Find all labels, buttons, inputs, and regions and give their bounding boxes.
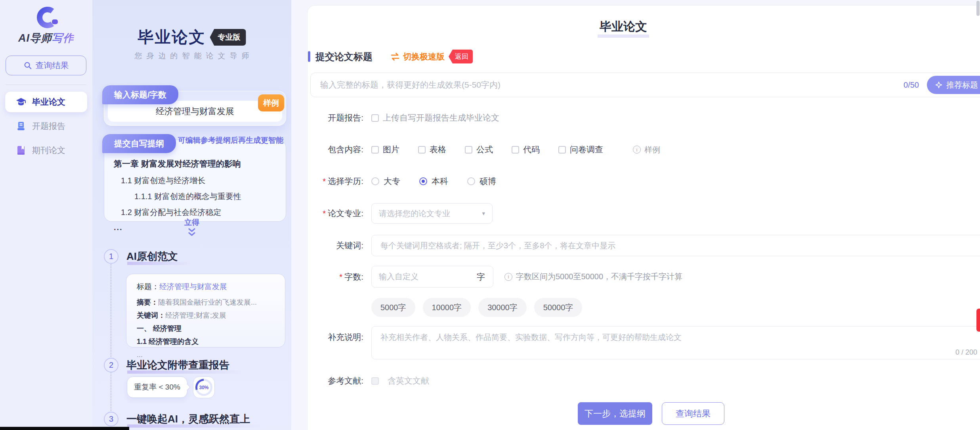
sample-result-card: 标题：经济管理与财富发展 摘要：随着我国金融行业的飞速发展... 关键词：经济管… <box>126 274 285 347</box>
chip-5000[interactable]: 5000字 <box>371 298 415 317</box>
next-step-button[interactable]: 下一步，选提纲 <box>578 402 652 425</box>
english-references-checkbox[interactable] <box>371 377 379 385</box>
include-option-survey[interactable]: 问卷调查 <box>558 144 603 155</box>
logo-text-dark: AI导师 <box>18 32 52 44</box>
include-sample-hint[interactable]: 样例 <box>633 144 660 155</box>
sidebar-item-label: 毕业论文 <box>32 96 65 108</box>
logo-mark-icon <box>32 6 61 29</box>
thesis-title-input[interactable] <box>311 80 904 90</box>
chip-10000[interactable]: 10000字 <box>423 298 471 317</box>
notes-row: 补充说明: 0 / 200 <box>308 326 980 359</box>
sidebar-item-opening-report[interactable]: 开题报告 <box>5 116 87 136</box>
gauge-percent: 30% <box>197 381 210 394</box>
notes-textarea[interactable] <box>372 326 980 359</box>
word-count-chips: 5000字 10000字 30000字 50000字 <box>371 298 582 317</box>
sample-result-heading2: 1.1 经济管理的含义 <box>137 337 275 346</box>
degree-option-college[interactable]: 大专 <box>371 176 400 187</box>
outline-subsection: 1.1.1 财富创造的概念与重要性 <box>134 191 279 202</box>
switch-fast-version-link[interactable]: 切换极速版 <box>390 51 445 62</box>
tables-checkbox[interactable] <box>418 146 426 154</box>
sample-result-abstract: 摘要：随着我国金融行业的飞速发展... <box>137 298 275 307</box>
code-checkbox[interactable] <box>512 146 519 154</box>
double-chevron-down-icon <box>185 228 198 238</box>
formulas-checkbox[interactable] <box>465 146 472 154</box>
include-content-label: 包含内容: <box>308 144 363 155</box>
gauge-ring: 30% <box>195 379 212 396</box>
section-header: 提交论文标题 切换极速版 返回 <box>308 50 473 63</box>
degree-label: 选择学历: <box>308 176 363 187</box>
sidebar-divider <box>5 84 86 85</box>
sidebar-item-journal-paper[interactable]: 期刊论文 <box>5 140 87 161</box>
pro-version-badge: 专业版 <box>210 29 246 46</box>
college-radio[interactable] <box>371 177 379 185</box>
step-1-number: 1 <box>104 249 118 264</box>
back-badge[interactable]: 返回 <box>449 50 473 63</box>
sample-result-title: 标题：经济管理与财富发展 <box>137 282 275 292</box>
keywords-row: 关键词: <box>308 235 980 256</box>
form-actions: 下一步，选提纲 查询结果 <box>578 402 724 425</box>
query-results-button[interactable]: 查询结果 <box>6 56 86 75</box>
degree-option-bachelor[interactable]: 本科 <box>419 176 448 187</box>
step-2-number: 2 <box>104 358 118 372</box>
keywords-input[interactable] <box>371 235 980 256</box>
graduation-cap-icon <box>15 97 27 107</box>
info-icon <box>633 146 641 154</box>
outline-hint: 可编辑参考提纲后再生成更智能 <box>178 135 283 146</box>
sample-result-heading1: 一、 经济管理 <box>137 324 275 333</box>
include-option-tables[interactable]: 表格 <box>418 144 446 155</box>
chip-30000[interactable]: 30000字 <box>478 298 527 317</box>
sample-title-text: 经济管理与财富发展 <box>156 106 234 117</box>
promo-header: 毕业论文专业版 <box>92 26 291 48</box>
report-doc-icon <box>15 121 27 131</box>
thesis-title-input-row: 0/50 推荐标题 <box>310 73 980 97</box>
scrollbar-thumb[interactable] <box>976 1 980 16</box>
app-window: AI导师写作 查询结果 毕业论文 <box>0 0 980 430</box>
floating-edge-tag[interactable] <box>976 309 980 332</box>
info-icon <box>504 273 512 281</box>
word-count-label: 字数: <box>308 271 363 282</box>
search-icon <box>23 61 32 70</box>
duplicate-rate-gauge: 30% <box>193 376 215 398</box>
opening-report-option-label[interactable]: 上传自写开题报告生成毕业论文 <box>383 112 499 123</box>
logo-text: AI导师写作 <box>0 31 92 45</box>
include-option-images[interactable]: 图片 <box>371 144 399 155</box>
title-char-counter: 0/50 <box>904 81 919 90</box>
bachelor-radio-selected[interactable] <box>419 177 427 185</box>
major-select[interactable]: 请选择您的论文专业 ▾ <box>371 203 493 224</box>
sample-result-keywords: 关键词：经济管理;财富;发展 <box>137 311 275 320</box>
references-label: 参考文献: <box>308 375 363 386</box>
major-label: 论文专业: <box>308 208 363 219</box>
word-count-hint: 字数区间为5000至50000，不满千字按千字计算 <box>504 271 682 282</box>
main-content: 毕业论文 提交论文标题 切换极速版 返回 0/50 推荐标题 <box>291 0 980 430</box>
sidebar-item-label: 期刊论文 <box>32 145 65 156</box>
survey-checkbox[interactable] <box>558 146 566 154</box>
sidebar-item-graduation-thesis[interactable]: 毕业论文 <box>5 92 87 112</box>
step-3-title: 一键唤起AI，灵感跃然直上 <box>126 412 250 426</box>
notes-label: 补充说明: <box>308 326 363 343</box>
include-option-formulas[interactable]: 公式 <box>465 144 493 155</box>
opening-report-label: 开题报告: <box>308 112 363 123</box>
instant-result-arrow: 立得 <box>92 217 291 240</box>
notes-textarea-box: 0 / 200 <box>371 326 980 359</box>
include-content-row: 包含内容: 图片 表格 公式 代码 问卷调查 <box>308 143 660 156</box>
opening-report-checkbox[interactable] <box>371 114 379 122</box>
outline-section: 1.2 财富分配与社会经济稳定 <box>121 207 279 218</box>
images-checkbox[interactable] <box>371 146 379 154</box>
opening-report-row: 开题报告: 上传自写开题报告生成毕业论文 <box>308 111 499 124</box>
chip-50000[interactable]: 50000字 <box>534 298 583 317</box>
page-title: 毕业论文 <box>600 19 647 35</box>
promo-panel: 毕业论文专业版 您身边的智能论文导师 输入标题/字数 样例 经济管理与财富发展 … <box>92 0 291 430</box>
include-option-code[interactable]: 代码 <box>512 144 540 155</box>
switch-fast-label: 切换极速版 <box>403 51 445 62</box>
master-phd-radio[interactable] <box>467 177 475 185</box>
sample-title-tab: 输入标题/字数 <box>102 85 178 104</box>
word-count-input[interactable] <box>372 272 477 281</box>
sample-badge: 样例 <box>258 94 284 111</box>
sparkle-icon <box>935 81 943 89</box>
query-results-button-secondary[interactable]: 查询结果 <box>662 402 724 425</box>
step-3: 3 一键唤起AI，灵感跃然直上 <box>104 412 250 426</box>
word-count-suffix: 字 <box>477 271 493 282</box>
keywords-label: 关键词: <box>308 240 363 251</box>
degree-option-master-phd[interactable]: 硕博 <box>467 176 496 187</box>
recommend-title-button[interactable]: 推荐标题 <box>927 76 980 94</box>
